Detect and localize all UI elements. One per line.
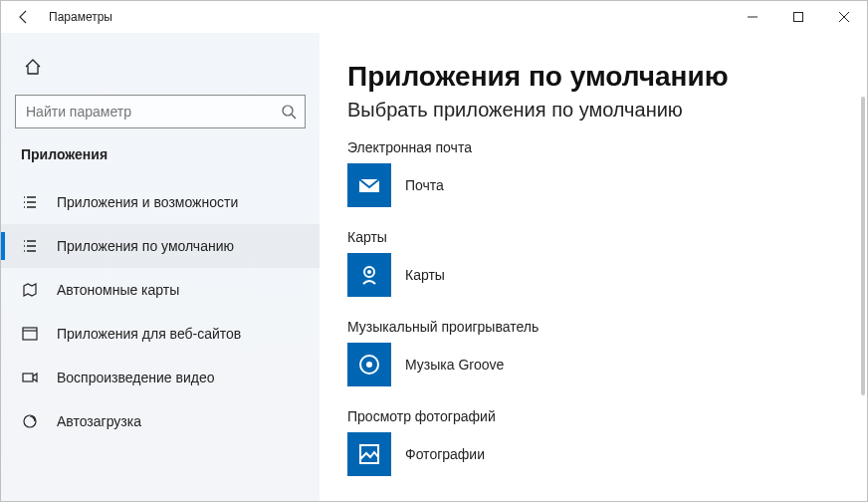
search-box[interactable] <box>15 95 306 128</box>
default-maps-app[interactable]: Карты <box>347 253 837 297</box>
svg-rect-3 <box>23 374 33 381</box>
nav: Приложения и возможности Приложения по у… <box>1 180 320 443</box>
nav-apps-features[interactable]: Приложения и возможности <box>1 180 320 224</box>
nav-apps-websites[interactable]: Приложения для веб-сайтов <box>1 312 320 356</box>
svg-point-9 <box>366 362 372 368</box>
search-input[interactable] <box>26 104 281 120</box>
content: Приложения по умолчанию Выбрать приложен… <box>320 33 867 501</box>
video-icon <box>21 369 39 386</box>
page-subtitle: Выбрать приложения по умолчанию <box>347 99 837 122</box>
settings-window: Параметры Приложения <box>0 0 868 502</box>
nav-label: Приложения и возможности <box>57 194 238 210</box>
website-icon <box>21 325 39 343</box>
nav-label: Приложения для веб-сайтов <box>57 326 241 342</box>
close-button[interactable] <box>821 1 867 33</box>
photos-icon <box>347 432 391 476</box>
maps-icon <box>347 253 391 297</box>
default-maps-group: Карты Карты <box>347 229 837 297</box>
search-icon <box>281 104 297 120</box>
svg-rect-2 <box>23 328 37 340</box>
default-email-group: Электронная почта Почта <box>347 139 837 207</box>
default-email-app[interactable]: Почта <box>347 163 837 207</box>
app-name: Почта <box>405 177 444 193</box>
group-label: Музыкальный проигрыватель <box>347 319 837 335</box>
app-name: Фотографии <box>405 446 485 462</box>
default-photos-app[interactable]: Фотографии <box>347 432 837 476</box>
body: Приложения Приложения и возможности Прил… <box>1 33 867 501</box>
group-label: Просмотр фотографий <box>347 408 837 424</box>
svg-rect-0 <box>794 13 803 22</box>
mail-icon <box>347 163 391 207</box>
startup-icon <box>21 412 39 430</box>
map-icon <box>21 281 39 299</box>
defaults-icon <box>21 237 39 255</box>
window-title: Параметры <box>49 10 112 24</box>
minimize-button[interactable] <box>730 1 775 33</box>
svg-point-4 <box>24 415 36 427</box>
nav-label: Автозагрузка <box>57 413 141 429</box>
nav-label: Воспроизведение видео <box>57 370 214 385</box>
caption-buttons <box>730 1 867 33</box>
scrollbar[interactable] <box>861 97 865 395</box>
nav-label: Автономные карты <box>57 282 179 298</box>
home-icon <box>24 58 42 76</box>
music-icon <box>347 343 391 386</box>
nav-default-apps[interactable]: Приложения по умолчанию <box>1 224 320 268</box>
app-name: Карты <box>405 267 445 283</box>
default-photos-group: Просмотр фотографий Фотографии <box>347 408 837 476</box>
maximize-button[interactable] <box>775 1 821 33</box>
home-button[interactable] <box>13 47 53 87</box>
sidebar: Приложения Приложения и возможности Прил… <box>1 33 320 501</box>
group-label: Электронная почта <box>347 139 837 155</box>
group-label: Карты <box>347 229 837 245</box>
back-button[interactable] <box>1 1 49 33</box>
app-name: Музыка Groove <box>405 357 504 373</box>
list-icon <box>21 193 39 211</box>
page-title: Приложения по умолчанию <box>347 61 837 93</box>
titlebar: Параметры <box>1 1 867 33</box>
nav-startup[interactable]: Автозагрузка <box>1 399 320 443</box>
nav-offline-maps[interactable]: Автономные карты <box>1 268 320 312</box>
svg-point-1 <box>283 106 293 116</box>
nav-video-playback[interactable]: Воспроизведение видео <box>1 356 320 399</box>
section-title: Приложения <box>1 146 320 170</box>
svg-point-7 <box>367 270 371 274</box>
default-music-group: Музыкальный проигрыватель Музыка Groove <box>347 319 837 386</box>
nav-label: Приложения по умолчанию <box>57 238 234 254</box>
default-music-app[interactable]: Музыка Groove <box>347 343 837 386</box>
